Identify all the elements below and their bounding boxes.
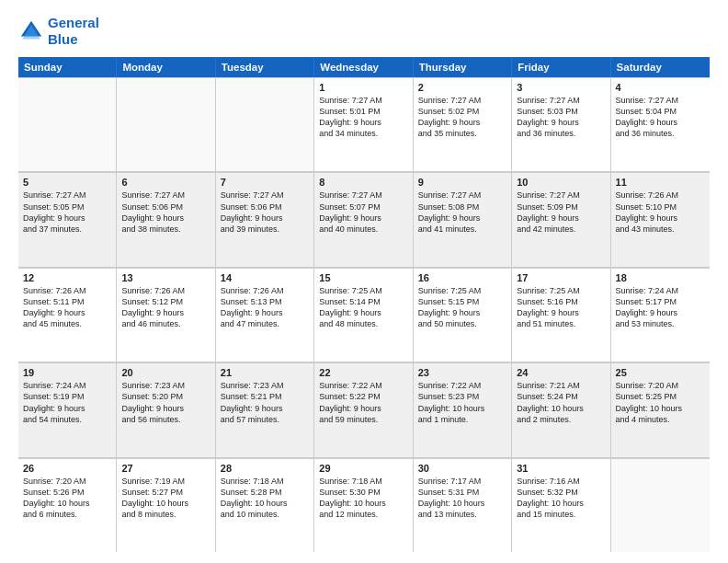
- calendar-cell: 18Sunrise: 7:24 AMSunset: 5:17 PMDayligh…: [611, 269, 710, 362]
- calendar-cell: 3Sunrise: 7:27 AMSunset: 5:03 PMDaylight…: [512, 78, 610, 171]
- calendar-cell: 17Sunrise: 7:25 AMSunset: 5:16 PMDayligh…: [512, 269, 610, 362]
- logo-text: General Blue: [48, 15, 99, 48]
- day-info: Sunrise: 7:27 AMSunset: 5:07 PMDaylight:…: [319, 190, 407, 235]
- day-info: Sunrise: 7:27 AMSunset: 5:09 PMDaylight:…: [517, 190, 605, 235]
- day-info: Sunrise: 7:26 AMSunset: 5:11 PMDaylight:…: [23, 285, 111, 330]
- calendar-cell: 16Sunrise: 7:25 AMSunset: 5:15 PMDayligh…: [414, 269, 512, 362]
- day-info: Sunrise: 7:20 AMSunset: 5:25 PMDaylight:…: [616, 380, 705, 425]
- day-number: 3: [517, 82, 605, 93]
- day-number: 17: [517, 272, 605, 283]
- day-number: 9: [418, 177, 506, 188]
- day-number: 19: [23, 367, 111, 378]
- calendar-body: 1Sunrise: 7:27 AMSunset: 5:01 PMDaylight…: [18, 77, 710, 552]
- day-number: 24: [517, 367, 605, 378]
- day-info: Sunrise: 7:27 AMSunset: 5:04 PMDaylight:…: [616, 95, 705, 140]
- header-day-monday: Monday: [117, 57, 215, 77]
- day-number: 10: [517, 177, 605, 188]
- header-day-sunday: Sunday: [18, 57, 117, 77]
- header-day-tuesday: Tuesday: [216, 57, 314, 77]
- day-info: Sunrise: 7:20 AMSunset: 5:26 PMDaylight:…: [23, 476, 111, 521]
- header-day-saturday: Saturday: [611, 57, 710, 77]
- calendar-header: SundayMondayTuesdayWednesdayThursdayFrid…: [18, 57, 710, 77]
- header-day-friday: Friday: [512, 57, 610, 77]
- calendar-cell: [117, 78, 215, 171]
- day-number: 7: [221, 177, 309, 188]
- calendar-week-2: 5Sunrise: 7:27 AMSunset: 5:05 PMDaylight…: [18, 172, 710, 267]
- day-info: Sunrise: 7:17 AMSunset: 5:31 PMDaylight:…: [418, 476, 506, 521]
- calendar-cell: 23Sunrise: 7:22 AMSunset: 5:23 PMDayligh…: [414, 363, 512, 456]
- day-number: 1: [319, 82, 407, 93]
- calendar-week-5: 26Sunrise: 7:20 AMSunset: 5:26 PMDayligh…: [18, 458, 710, 552]
- calendar-cell: 24Sunrise: 7:21 AMSunset: 5:24 PMDayligh…: [512, 363, 610, 456]
- day-number: 29: [319, 463, 407, 474]
- day-info: Sunrise: 7:22 AMSunset: 5:22 PMDaylight:…: [319, 380, 407, 425]
- calendar-cell: 7Sunrise: 7:27 AMSunset: 5:06 PMDaylight…: [216, 173, 314, 266]
- calendar-cell: 25Sunrise: 7:20 AMSunset: 5:25 PMDayligh…: [611, 363, 710, 456]
- calendar-cell: 21Sunrise: 7:23 AMSunset: 5:21 PMDayligh…: [216, 363, 314, 456]
- day-number: 12: [23, 272, 111, 283]
- day-number: 8: [319, 177, 407, 188]
- day-number: 11: [616, 177, 705, 188]
- day-info: Sunrise: 7:27 AMSunset: 5:08 PMDaylight:…: [418, 190, 506, 235]
- calendar-cell: 9Sunrise: 7:27 AMSunset: 5:08 PMDaylight…: [414, 173, 512, 266]
- day-info: Sunrise: 7:25 AMSunset: 5:14 PMDaylight:…: [319, 285, 407, 330]
- logo: General Blue: [18, 15, 99, 48]
- day-info: Sunrise: 7:27 AMSunset: 5:02 PMDaylight:…: [418, 95, 506, 140]
- calendar-cell: 29Sunrise: 7:18 AMSunset: 5:30 PMDayligh…: [314, 459, 413, 552]
- day-info: Sunrise: 7:24 AMSunset: 5:17 PMDaylight:…: [616, 285, 705, 330]
- day-number: 28: [221, 463, 309, 474]
- calendar-cell: 31Sunrise: 7:16 AMSunset: 5:32 PMDayligh…: [512, 459, 610, 552]
- day-info: Sunrise: 7:23 AMSunset: 5:21 PMDaylight:…: [221, 380, 309, 425]
- header: General Blue: [18, 15, 710, 48]
- calendar-cell: 12Sunrise: 7:26 AMSunset: 5:11 PMDayligh…: [18, 269, 117, 362]
- calendar-cell: 4Sunrise: 7:27 AMSunset: 5:04 PMDaylight…: [611, 78, 710, 171]
- calendar-cell: 5Sunrise: 7:27 AMSunset: 5:05 PMDaylight…: [18, 173, 117, 266]
- day-info: Sunrise: 7:18 AMSunset: 5:30 PMDaylight:…: [319, 476, 407, 521]
- day-number: 2: [418, 82, 506, 93]
- day-info: Sunrise: 7:24 AMSunset: 5:19 PMDaylight:…: [23, 380, 111, 425]
- day-info: Sunrise: 7:22 AMSunset: 5:23 PMDaylight:…: [418, 380, 506, 425]
- logo-icon: [18, 18, 44, 44]
- day-info: Sunrise: 7:27 AMSunset: 5:06 PMDaylight:…: [221, 190, 309, 235]
- day-number: 26: [23, 463, 111, 474]
- day-info: Sunrise: 7:27 AMSunset: 5:01 PMDaylight:…: [319, 95, 407, 140]
- day-info: Sunrise: 7:26 AMSunset: 5:10 PMDaylight:…: [616, 190, 705, 235]
- day-info: Sunrise: 7:27 AMSunset: 5:05 PMDaylight:…: [23, 190, 111, 235]
- day-number: 31: [517, 463, 605, 474]
- day-info: Sunrise: 7:21 AMSunset: 5:24 PMDaylight:…: [517, 380, 605, 425]
- calendar-week-4: 19Sunrise: 7:24 AMSunset: 5:19 PMDayligh…: [18, 362, 710, 457]
- calendar-cell: 8Sunrise: 7:27 AMSunset: 5:07 PMDaylight…: [314, 173, 413, 266]
- day-number: 22: [319, 367, 407, 378]
- day-number: 4: [616, 82, 705, 93]
- calendar-cell: 30Sunrise: 7:17 AMSunset: 5:31 PMDayligh…: [414, 459, 512, 552]
- calendar-cell: [216, 78, 314, 171]
- day-number: 16: [418, 272, 506, 283]
- calendar-cell: [611, 459, 710, 552]
- day-number: 21: [221, 367, 309, 378]
- day-info: Sunrise: 7:18 AMSunset: 5:28 PMDaylight:…: [221, 476, 309, 521]
- day-number: 18: [616, 272, 705, 283]
- day-number: 6: [121, 177, 210, 188]
- day-number: 27: [121, 463, 210, 474]
- day-info: Sunrise: 7:27 AMSunset: 5:06 PMDaylight:…: [121, 190, 210, 235]
- calendar-cell: 15Sunrise: 7:25 AMSunset: 5:14 PMDayligh…: [314, 269, 413, 362]
- day-number: 14: [221, 272, 309, 283]
- header-day-wednesday: Wednesday: [314, 57, 413, 77]
- calendar-cell: 26Sunrise: 7:20 AMSunset: 5:26 PMDayligh…: [18, 459, 117, 552]
- calendar-cell: 11Sunrise: 7:26 AMSunset: 5:10 PMDayligh…: [611, 173, 710, 266]
- calendar-cell: 27Sunrise: 7:19 AMSunset: 5:27 PMDayligh…: [117, 459, 215, 552]
- day-number: 13: [121, 272, 210, 283]
- calendar-week-1: 1Sunrise: 7:27 AMSunset: 5:01 PMDaylight…: [18, 77, 710, 172]
- calendar-cell: [18, 78, 117, 171]
- calendar-cell: 28Sunrise: 7:18 AMSunset: 5:28 PMDayligh…: [216, 459, 314, 552]
- calendar: SundayMondayTuesdayWednesdayThursdayFrid…: [18, 57, 710, 552]
- day-info: Sunrise: 7:25 AMSunset: 5:16 PMDaylight:…: [517, 285, 605, 330]
- calendar-cell: 13Sunrise: 7:26 AMSunset: 5:12 PMDayligh…: [117, 269, 215, 362]
- day-info: Sunrise: 7:16 AMSunset: 5:32 PMDaylight:…: [517, 476, 605, 521]
- calendar-cell: 6Sunrise: 7:27 AMSunset: 5:06 PMDaylight…: [117, 173, 215, 266]
- day-info: Sunrise: 7:25 AMSunset: 5:15 PMDaylight:…: [418, 285, 506, 330]
- calendar-cell: 22Sunrise: 7:22 AMSunset: 5:22 PMDayligh…: [314, 363, 413, 456]
- day-number: 23: [418, 367, 506, 378]
- day-number: 30: [418, 463, 506, 474]
- day-number: 25: [616, 367, 705, 378]
